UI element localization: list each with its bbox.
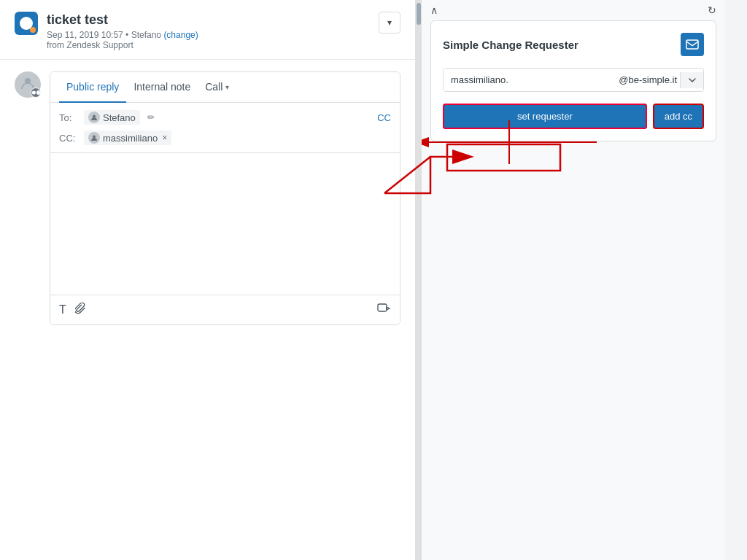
remove-cc-icon[interactable]: ×: [162, 133, 167, 143]
toolbar-right: [376, 301, 391, 319]
ticket-meta: Sep 11, 2019 10:57 • Stefano (change) fr…: [47, 30, 198, 50]
ticket-header-left: ticket test Sep 11, 2019 10:57 • Stefano…: [15, 12, 198, 50]
email-dropdown-button[interactable]: [680, 72, 703, 88]
reply-tabs: Public reply Internal note Call ▾: [50, 72, 400, 103]
tab-call[interactable]: Call ▾: [198, 72, 236, 103]
tab-public-reply[interactable]: Public reply: [59, 72, 126, 103]
ticket-date: Sep 11, 2019 10:57: [47, 30, 123, 40]
to-label: To:: [59, 112, 80, 123]
right-panel-controls: ∧ ↻: [422, 0, 725, 20]
to-avatar-icon: [88, 112, 100, 123]
add-cc-button[interactable]: add cc: [653, 104, 704, 129]
recipient-fields: To: Stefano ✏: [50, 103, 400, 153]
cc-avatar-icon: [88, 132, 100, 144]
svg-rect-4: [378, 304, 387, 311]
widget-email-icon: [681, 33, 704, 56]
ticket-source: from Zendesk Support: [47, 40, 133, 50]
to-name: Stefano: [103, 112, 136, 123]
format-text-icon[interactable]: T: [59, 303, 66, 316]
dropdown-chevron-icon: ▾: [387, 18, 392, 28]
widget-title: Simple Change Requester: [443, 39, 578, 51]
svg-point-3: [93, 136, 96, 139]
content-area: Public reply Internal note Call ▾ To:: [0, 60, 415, 560]
svg-rect-5: [686, 40, 698, 49]
panel-scrollbar: [416, 0, 422, 560]
action-buttons: set requester add cc: [443, 104, 704, 129]
reply-toolbar: T: [50, 295, 400, 324]
change-link[interactable]: (change): [163, 30, 198, 40]
tab-internal-note[interactable]: Internal note: [126, 72, 198, 103]
main-container: ticket test Sep 11, 2019 10:57 • Stefano…: [0, 0, 747, 560]
ai-assist-icon[interactable]: [376, 306, 391, 318]
cc-toggle-link[interactable]: CC: [377, 112, 391, 123]
avatar-badge: [31, 88, 41, 98]
widget-header: Simple Change Requester: [443, 33, 704, 56]
toolbar-left: T: [59, 303, 87, 317]
attach-file-icon[interactable]: [75, 303, 87, 317]
edit-to-icon[interactable]: ✏: [147, 112, 155, 122]
zendesk-logo: [15, 12, 38, 35]
cc-label: CC:: [59, 133, 80, 144]
call-label: Call: [205, 81, 222, 93]
logo-inner: [20, 17, 33, 30]
user-avatar: [15, 71, 41, 98]
email-domain: @be-simple.it: [616, 69, 680, 91]
email-input-row: @be-simple.it: [443, 68, 704, 92]
call-chevron-icon: ▾: [225, 83, 229, 91]
reply-section: Public reply Internal note Call ▾ To:: [15, 71, 400, 325]
cc-name: massimiliano: [103, 133, 158, 144]
ticket-dropdown-button[interactable]: ▾: [379, 12, 400, 34]
ticket-header: ticket test Sep 11, 2019 10:57 • Stefano…: [0, 0, 415, 60]
collapse-button[interactable]: ∧: [430, 4, 438, 16]
reply-textarea[interactable]: [50, 153, 400, 292]
cc-row: CC: massimiliano ×: [59, 128, 391, 148]
right-panel: ∧ ↻ Simple Change Requester @be-simple.i…: [422, 0, 725, 560]
reply-box: Public reply Internal note Call ▾ To:: [50, 71, 400, 325]
scrollbar-thumb[interactable]: [417, 3, 421, 25]
svg-point-2: [93, 115, 96, 118]
ticket-author: Stefano: [131, 30, 161, 40]
left-panel: ticket test Sep 11, 2019 10:57 • Stefano…: [0, 0, 416, 560]
ticket-title: ticket test: [47, 12, 198, 28]
set-requester-button[interactable]: set requester: [443, 104, 647, 129]
change-requester-widget: Simple Change Requester @be-simple.it: [430, 20, 716, 141]
cc-recipient: massimiliano ×: [84, 131, 171, 145]
ticket-info: ticket test Sep 11, 2019 10:57 • Stefano…: [47, 12, 198, 50]
svg-point-1: [32, 91, 36, 95]
to-recipient: Stefano: [84, 110, 140, 125]
email-input[interactable]: [444, 69, 616, 91]
to-row: To: Stefano ✏: [59, 107, 391, 128]
refresh-button[interactable]: ↻: [708, 4, 716, 16]
